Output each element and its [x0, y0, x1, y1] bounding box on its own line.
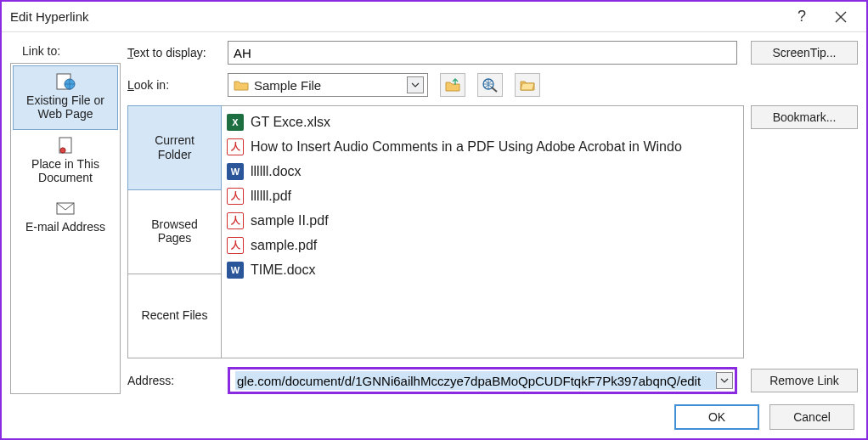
list-item[interactable]: 人sample II.pdf	[227, 208, 738, 233]
browse-file-button[interactable]	[515, 73, 540, 97]
link-to-panel: Existing File or Web Page Place in This …	[10, 63, 121, 394]
globe-file-icon	[54, 71, 76, 92]
list-item[interactable]: XGT Exce.xlsx	[227, 110, 738, 134]
link-to-email[interactable]: E-mail Address	[13, 193, 118, 242]
file-name: TIME.docx	[251, 262, 315, 278]
help-button[interactable]: ?	[783, 4, 820, 30]
list-item[interactable]: Wllllll.docx	[227, 159, 738, 183]
file-list[interactable]: XGT Exce.xlsx人How to Insert Audio Commen…	[221, 105, 744, 358]
tab-browsed-pages[interactable]: Browsed Pages	[128, 189, 221, 274]
cancel-button[interactable]: Cancel	[769, 404, 854, 430]
pdf-file-icon: 人	[227, 237, 244, 254]
link-to-item-label: Existing File or Web Page	[26, 93, 104, 121]
link-to-place-in-doc[interactable]: Place in This Document	[13, 130, 118, 193]
list-item[interactable]: 人llllll.pdf	[227, 183, 738, 208]
look-in-select[interactable]: Sample File	[228, 73, 428, 97]
ok-button[interactable]: OK	[674, 404, 759, 430]
remove-link-button[interactable]: Remove Link	[751, 369, 858, 392]
folder-icon	[234, 79, 249, 91]
tab-recent-files[interactable]: Recent Files	[128, 274, 221, 358]
tab-current-folder[interactable]: Current Folder	[127, 105, 222, 190]
pdf-file-icon: 人	[227, 212, 244, 229]
svg-point-3	[60, 148, 65, 153]
look-in-label: Look in:	[127, 78, 221, 92]
link-to-existing-file[interactable]: Existing File or Web Page	[13, 65, 118, 130]
file-name: llllll.pdf	[251, 189, 291, 204]
file-name: llllll.docx	[251, 164, 302, 179]
file-name: sample.pdf	[251, 238, 317, 253]
bookmark-button[interactable]: Bookmark...	[751, 105, 858, 129]
email-icon	[54, 198, 76, 218]
close-button[interactable]	[822, 4, 860, 30]
look-in-value: Sample File	[254, 78, 402, 93]
address-input[interactable]	[235, 371, 716, 390]
link-to-item-label: Place in This Document	[31, 157, 99, 184]
doc-place-icon	[54, 135, 76, 155]
address-combobox[interactable]	[228, 367, 737, 394]
window-title: Edit Hyperlink	[10, 9, 781, 24]
text-to-display-input[interactable]	[228, 41, 737, 65]
chevron-down-icon[interactable]	[716, 372, 733, 389]
link-to-label: Link to:	[22, 44, 121, 58]
chevron-down-icon[interactable]	[407, 76, 424, 93]
browse-web-button[interactable]	[477, 73, 503, 97]
screentip-button[interactable]: ScreenTip...	[751, 41, 858, 65]
docx-file-icon: W	[227, 163, 244, 180]
list-item[interactable]: WTIME.docx	[227, 257, 738, 282]
up-one-level-button[interactable]	[440, 73, 465, 97]
address-label: Address:	[127, 374, 221, 387]
pdf-file-icon: 人	[227, 188, 244, 205]
file-name: How to Insert Audio Comments in a PDF Us…	[251, 139, 682, 155]
list-item[interactable]: 人How to Insert Audio Comments in a PDF U…	[227, 134, 738, 159]
xlsx-file-icon: X	[227, 114, 244, 131]
titlebar: Edit Hyperlink ?	[2, 2, 866, 32]
dialog-footer: OK Cancel	[2, 398, 866, 438]
link-to-item-label: E-mail Address	[25, 220, 105, 234]
text-to-display-label: Text to display:	[127, 46, 221, 59]
file-name: GT Exce.xlsx	[251, 115, 330, 130]
pdf-file-icon: 人	[227, 138, 244, 155]
file-name: sample II.pdf	[251, 213, 329, 228]
docx-file-icon: W	[227, 262, 244, 279]
edit-hyperlink-dialog: Edit Hyperlink ? Link to: Existing File …	[0, 0, 868, 440]
list-item[interactable]: 人sample.pdf	[227, 233, 738, 257]
